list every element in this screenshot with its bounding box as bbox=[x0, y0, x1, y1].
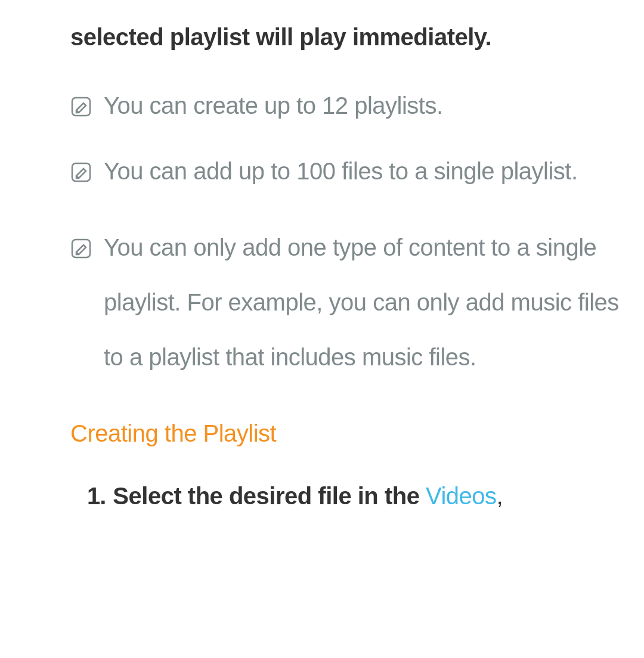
note-text-1: You can create up to 12 playlists. bbox=[104, 89, 443, 122]
step-text: Select the desired file in the Videos, bbox=[113, 483, 503, 510]
note-item-1: You can create up to 12 playlists. bbox=[24, 92, 620, 122]
note-item-3: You can only add one type of content to … bbox=[24, 234, 620, 384]
note-icon bbox=[70, 162, 92, 183]
step-suffix: , bbox=[497, 483, 503, 509]
step-item-1: 1. Select the desired file in the Videos… bbox=[24, 483, 620, 510]
note-text-2: You can add up to 100 files to a single … bbox=[104, 144, 578, 198]
step-prefix: Select the desired file in the bbox=[113, 483, 426, 509]
step-number: 1. bbox=[87, 483, 106, 510]
videos-link[interactable]: Videos bbox=[426, 483, 497, 509]
note-item-2: You can add up to 100 files to a single … bbox=[24, 158, 620, 198]
intro-text: selected playlist will play immediately. bbox=[70, 24, 620, 51]
svg-rect-2 bbox=[72, 163, 90, 181]
note-icon bbox=[70, 238, 92, 259]
note-text-3: You can only add one type of content to … bbox=[104, 220, 620, 384]
section-heading: Creating the Playlist bbox=[70, 420, 620, 447]
note-icon bbox=[70, 96, 92, 117]
svg-rect-0 bbox=[72, 98, 90, 116]
svg-rect-4 bbox=[72, 240, 90, 257]
